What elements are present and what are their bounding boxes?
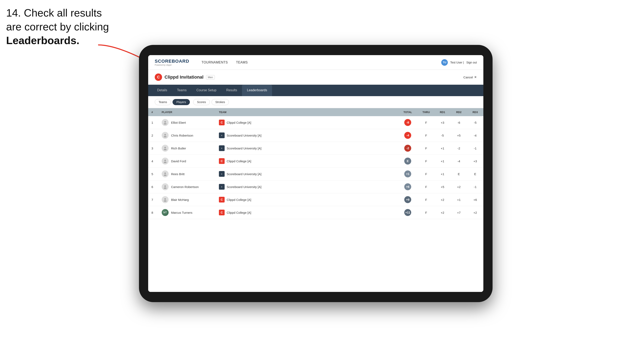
instruction-text: 14. Check all results are correct by cli…: [6, 6, 109, 48]
total-cell: -8: [398, 116, 418, 129]
tournament-title-area: C Clippd Invitational Men: [155, 73, 215, 81]
tournament-icon: C: [155, 73, 162, 81]
thru-cell: F: [418, 116, 434, 129]
table-header-row: # PLAYER TEAM TOTAL THRU RD1 RD2 RD3: [148, 108, 483, 116]
sign-out-link[interactable]: Sign out: [466, 61, 477, 64]
nav-links: TOURNAMENTS TEAMS: [198, 55, 441, 70]
rd1-cell: +2: [434, 193, 451, 206]
rank-cell: 5: [148, 168, 158, 180]
rd3-cell: +6: [467, 193, 483, 206]
filter-bar: Teams Players Scores Strokes: [148, 96, 483, 108]
svg-point-9: [164, 173, 166, 174]
filter-players[interactable]: Players: [172, 99, 190, 105]
tab-results[interactable]: Results: [221, 85, 242, 96]
svg-point-2: [164, 123, 166, 125]
col-rd2: RD2: [451, 108, 467, 116]
nav-teams[interactable]: TEAMS: [232, 55, 252, 70]
logo-sub: Powered by clippd: [155, 64, 189, 66]
total-cell: -4: [398, 129, 418, 142]
player-name: Marcus Turners: [171, 211, 192, 214]
svg-point-3: [164, 134, 166, 136]
player-avatar: [162, 132, 168, 139]
score-badge: -2: [404, 145, 411, 152]
player-name: David Ford: [171, 160, 186, 163]
tab-details[interactable]: Details: [152, 85, 172, 96]
table-row: 7 Blair McHarg C Clippd College [A] +9 F…: [148, 193, 483, 206]
player-name: Cameron Robertson: [171, 185, 199, 189]
svg-point-1: [164, 121, 166, 123]
team-cell: C Clippd College [A]: [216, 155, 398, 168]
total-cell: E: [398, 155, 418, 168]
player-name: Elliot Ebert: [171, 121, 186, 124]
player-avatar: MT: [162, 209, 168, 216]
nav-tournaments[interactable]: TOURNAMENTS: [198, 55, 232, 70]
player-avatar: [162, 196, 168, 203]
svg-point-10: [164, 174, 166, 176]
team-name: Scoreboard University [A]: [227, 172, 262, 176]
total-cell: -2: [398, 142, 418, 155]
team-cell: C Clippd College [A]: [216, 116, 398, 129]
team-logo: C: [219, 210, 224, 215]
thru-cell: F: [418, 180, 434, 193]
rd2-cell: +2: [451, 180, 467, 193]
thru-cell: F: [418, 142, 434, 155]
logo-text: SCOREBOARD: [155, 59, 189, 64]
team-logo: ≡: [219, 145, 224, 151]
rank-cell: 1: [148, 116, 158, 129]
rd3-cell: -5: [467, 116, 483, 129]
team-cell: ≡ Scoreboard University [A]: [216, 142, 398, 155]
team-name: Scoreboard University [A]: [227, 134, 262, 137]
tournament-title: Clippd Invitational: [164, 74, 204, 80]
tab-teams[interactable]: Teams: [172, 85, 192, 96]
player-avatar: [162, 171, 168, 177]
team-logo: ≡: [219, 171, 224, 177]
player-cell: David Ford: [158, 155, 216, 168]
rd3-cell: -1: [467, 180, 483, 193]
cancel-button[interactable]: Cancel ✕: [463, 75, 477, 79]
team-logo: C: [219, 120, 224, 125]
rd1-cell: +2: [434, 206, 451, 219]
score-badge: -8: [404, 119, 411, 126]
player-name: Rich Butler: [171, 147, 186, 150]
thru-cell: F: [418, 129, 434, 142]
leaderboard-table-container: # PLAYER TEAM TOTAL THRU RD1 RD2 RD3 1: [148, 108, 483, 292]
table-row: 1 Elliot Ebert C Clippd College [A] -8 F…: [148, 116, 483, 129]
table-row: 6 Cameron Robertson ≡ Scoreboard Univers…: [148, 180, 483, 193]
table-row: 3 Rich Butler ≡ Scoreboard University [A…: [148, 142, 483, 155]
table-row: 5 Rees Britt ≡ Scoreboard University [A]…: [148, 168, 483, 180]
rd2-cell: +7: [451, 206, 467, 219]
user-label: Test User |: [450, 61, 464, 64]
team-name: Clippd College [A]: [227, 211, 251, 214]
col-total: TOTAL: [398, 108, 418, 116]
rd1-cell: -5: [434, 129, 451, 142]
col-player: PLAYER: [158, 108, 216, 116]
thru-cell: F: [418, 193, 434, 206]
filter-scores[interactable]: Scores: [193, 99, 210, 105]
logo-area: SCOREBOARD Powered by clippd: [155, 59, 189, 66]
tournament-badge: Men: [206, 75, 215, 79]
nav-right: TU Test User | Sign out: [441, 59, 477, 66]
team-name: Clippd College [A]: [227, 160, 251, 163]
table-row: 4 David Ford C Clippd College [A] E F +1…: [148, 155, 483, 168]
rank-cell: 2: [148, 129, 158, 142]
rank-cell: 6: [148, 180, 158, 193]
score-badge: +9: [404, 196, 411, 203]
team-name: Scoreboard University [A]: [227, 185, 262, 189]
tab-leaderboards[interactable]: Leaderboards: [242, 85, 272, 96]
filter-teams[interactable]: Teams: [155, 99, 171, 105]
filter-strokes[interactable]: Strokes: [212, 99, 229, 105]
svg-point-7: [164, 160, 166, 161]
player-avatar: [162, 145, 168, 152]
tab-course-setup[interactable]: Course Setup: [192, 85, 221, 96]
rd3-cell: +2: [467, 206, 483, 219]
svg-point-13: [164, 198, 166, 200]
score-badge: +1: [404, 171, 411, 177]
score-badge: +6: [404, 183, 411, 190]
team-logo: ≡: [219, 133, 224, 138]
svg-point-11: [164, 185, 166, 187]
svg-point-12: [164, 187, 166, 189]
player-cell: Elliot Ebert: [158, 116, 216, 129]
team-name: Clippd College [A]: [227, 121, 251, 124]
rank-cell: 7: [148, 193, 158, 206]
player-name: Blair McHarg: [171, 198, 189, 201]
